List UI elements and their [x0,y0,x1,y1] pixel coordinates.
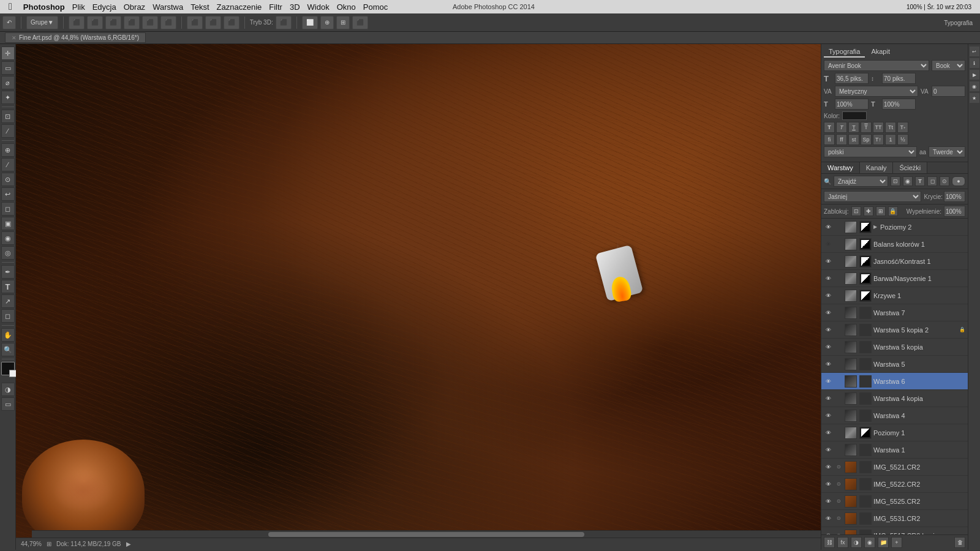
path-select-tool[interactable]: ↗ [1,294,15,308]
font-family-select[interactable]: Avenir Book [824,60,929,71]
font-style-select[interactable]: Book [932,60,965,71]
text-tool[interactable]: T [1,280,15,293]
layer-filter-select[interactable]: Znajdź [834,176,888,187]
layer-visibility-eye[interactable]: 👁 [824,497,832,506]
layer-visibility-eye[interactable]: 👁 [824,240,832,249]
menu-edycja[interactable]: Edycja [92,2,116,12]
magic-wand-tool[interactable]: ✦ [1,91,15,104]
layer-item-11[interactable]: 👁 Warstwa 4 kopia [821,390,968,407]
bg-color[interactable] [9,370,17,377]
scale-h-input[interactable] [835,99,869,110]
layer-item-9[interactable]: 👁 Warstwa 5 [821,356,968,373]
warp-btn[interactable]: ⬜ [302,16,318,29]
layer-visibility-eye[interactable]: 👁 [824,429,832,437]
menu-pomoc[interactable]: Pomoc [363,2,388,12]
contextual-btn[interactable]: 1 [885,134,896,145]
layer-group-arrow[interactable]: ▶ [873,224,877,230]
menu-tekst[interactable]: Tekst [190,2,209,12]
group-btn[interactable]: Grupe ▼ [26,16,58,29]
horizontal-scrollbar[interactable] [32,530,821,538]
opacity-input[interactable] [944,191,965,202]
marquee-tool[interactable]: ▭ [1,61,15,75]
menu-okno[interactable]: Okno [337,2,356,12]
lock-all-btn[interactable]: 🔒 [888,206,898,216]
layer-visibility-eye[interactable]: 👁 [824,377,832,386]
align-center-h[interactable]: ⬛ [87,16,103,29]
align-top[interactable]: ⬛ [124,16,140,29]
layer-visibility-eye[interactable]: 👁 [824,309,832,317]
menu-plik[interactable]: Plik [72,2,85,12]
menu-3d[interactable]: 3D [290,2,300,12]
ordinal-btn[interactable]: st [848,134,859,145]
lock-artboards-btn[interactable]: ⊞ [876,206,886,216]
layer-visibility-eye[interactable]: 👁 [824,514,832,523]
layer-visibility-eye[interactable]: 👁 [824,274,832,283]
info-panel-btn[interactable]: ℹ [970,58,979,68]
layer-filter-smart-btn[interactable]: ⊙ [940,176,949,186]
extra-btn[interactable]: ⬛ [352,16,368,29]
hand-tool[interactable]: ✋ [1,328,15,342]
allcaps-btn[interactable]: TT [873,122,884,133]
language-select[interactable]: polski [824,146,917,157]
menu-obraz[interactable]: Obraz [124,2,145,12]
lock-pixels-btn[interactable]: ⊡ [851,206,861,216]
tab-kanaly[interactable]: Kanały [860,162,894,173]
layer-item-3[interactable]: 👁 Jasność/Kontrast 1 [821,253,968,270]
new-adj-btn[interactable]: ◉ [864,537,875,548]
layer-item-18[interactable]: 👁 ⊙ IMG_5531.CR2 [821,510,968,527]
move-tool-btn[interactable]: ↶ [2,16,16,29]
layer-item-6[interactable]: 👁 Warstwa 7 [821,304,968,321]
lasso-tool[interactable]: ⌀ [1,76,15,89]
puppet-btn[interactable]: ⊕ [320,16,334,29]
layer-visibility-eye[interactable]: 👁 [824,360,832,369]
stamp-tool[interactable]: ⊙ [1,173,15,186]
bold-btn[interactable]: T [824,122,835,133]
oldstyle-btn[interactable]: ff [836,134,847,145]
layer-visibility-eye[interactable]: 👁 [824,463,832,471]
ligature-btn[interactable]: fi [824,134,835,145]
superscript-btn[interactable]: T+ [897,122,908,133]
layer-list[interactable]: 👁 ▶ Poziomy 2 👁 Balans kolorów 1 [821,219,968,534]
scale-v-input[interactable] [882,99,916,110]
distribute-h[interactable]: ⬛ [187,16,203,29]
layer-filter-type-btn[interactable]: ⊡ [891,176,900,186]
tab-akapit[interactable]: Akapit [866,47,895,58]
history-tool[interactable]: ↩ [1,187,15,201]
layer-item-1[interactable]: 👁 ▶ Poziomy 2 [821,219,968,236]
layer-visibility-eye[interactable]: 👁 [824,223,832,231]
kerning-select[interactable]: Metryczny [835,86,918,97]
distribute-v[interactable]: ⬛ [205,16,221,29]
canvas-area[interactable]: 44,79% ⊞ Dok: 114,2 MB/2,19 GB ▶ [16,44,821,550]
menu-zaznaczenie[interactable]: Zaznaczenie [217,2,262,12]
actions-panel-btn[interactable]: ▶ [970,70,979,80]
layer-item-8[interactable]: 👁 Warstwa 5 kopia [821,339,968,356]
color-swatch[interactable] [842,111,867,120]
move-tool[interactable]: ✛ [1,47,15,60]
brush-tool[interactable]: ∕ [1,158,15,171]
lock-position-btn[interactable]: ✚ [864,206,873,216]
align-bottom[interactable]: ⬛ [160,16,176,29]
layer-item-10[interactable]: 👁 Warstwa 6 [821,373,968,390]
menu-warstwa[interactable]: Warstwa [153,2,183,12]
layer-filter-adj-btn[interactable]: ◉ [903,176,913,186]
close-tab-icon[interactable]: ✕ [12,35,17,41]
eraser-tool[interactable]: ◻ [1,202,15,216]
document-tab[interactable]: ✕ Fine Art.psd @ 44,8% (Warstwa 6,RGB/16… [5,32,146,43]
align-middle[interactable]: ⬛ [142,16,158,29]
distribute-space[interactable]: ⬛ [224,16,239,29]
align-right[interactable]: ⬛ [105,16,121,29]
layer-visibility-eye[interactable]: 👁 [824,343,832,351]
gradient-tool[interactable]: ▣ [1,217,15,230]
new-group-btn[interactable]: 📁 [878,537,889,548]
layer-item-5[interactable]: 👁 Krzywe 1 [821,287,968,304]
layer-item-7[interactable]: 👁 Warstwa 5 kopia 2 🔒 [821,321,968,339]
apple-menu[interactable]:  [9,1,12,12]
layer-filter-toggle[interactable]: ● [952,176,965,186]
scrollbar-thumb-h[interactable] [268,532,584,537]
app-name[interactable]: Photoshop [23,2,65,12]
layer-item-12[interactable]: 👁 Warstwa 4 [821,407,968,424]
menu-filtr[interactable]: Filtr [269,2,282,12]
smallcaps-btn[interactable]: Tt [885,122,896,133]
tab-sciezki[interactable]: Ścieżki [893,162,927,173]
italic-btn[interactable]: T [836,122,847,133]
